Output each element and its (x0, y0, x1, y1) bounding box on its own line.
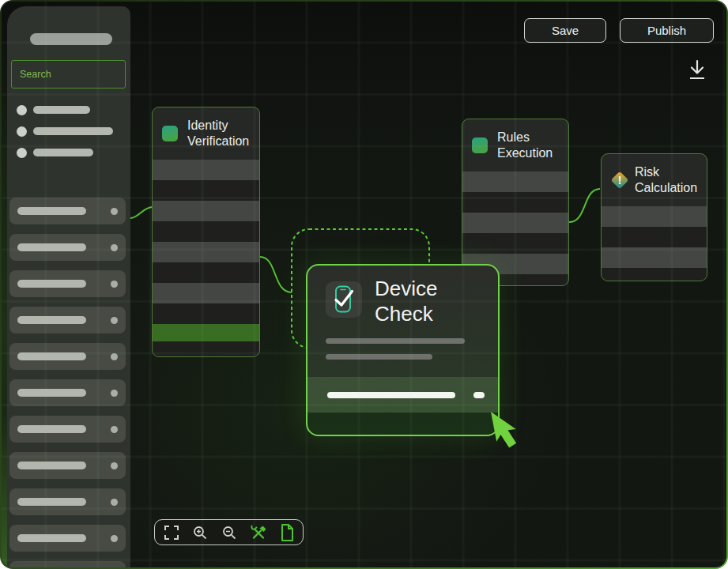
edge-identity-device (260, 257, 292, 292)
node-row-dark (153, 180, 259, 201)
item-skeleton-bar (17, 280, 86, 288)
workflow-editor: Identity Verification Rules Execution ! … (2, 2, 726, 567)
download-icon[interactable] (683, 56, 710, 86)
item-dot (111, 317, 118, 324)
node-row-dark (153, 303, 259, 324)
bullet-dot (17, 126, 27, 137)
node-row-light (153, 201, 259, 221)
bullet-row (17, 104, 130, 115)
sidebar-item[interactable] (9, 416, 126, 443)
identity-verification-icon (162, 126, 178, 141)
bullet-dot (17, 105, 27, 115)
sidebar-item[interactable] (9, 561, 126, 567)
node-row-light (153, 283, 259, 303)
item-dot (111, 390, 118, 397)
node-row-dark (462, 192, 568, 213)
node-row-green (153, 324, 259, 341)
node-row-dark (602, 227, 707, 247)
item-skeleton-bar (17, 352, 86, 360)
item-dot (111, 208, 118, 215)
bullet-skeleton (33, 127, 113, 135)
sidebar-item[interactable] (9, 452, 126, 479)
save-button[interactable]: Save (524, 18, 606, 43)
risk-calculation-icon: ! (611, 171, 628, 190)
item-skeleton-bar (17, 316, 86, 324)
node-row-darkfill (153, 341, 259, 356)
tools-icon[interactable] (249, 523, 268, 542)
bullet-skeleton (33, 106, 90, 114)
sidebar-title-skeleton (30, 33, 112, 45)
skeleton-bar (326, 354, 432, 360)
search-input[interactable] (11, 60, 126, 89)
skeleton-dash (473, 392, 485, 398)
edge-rules-risk (569, 189, 600, 222)
bullet-dot (17, 148, 27, 158)
node-rows (602, 206, 707, 281)
edge-sidebar-identity (130, 207, 153, 218)
sidebar-item[interactable] (9, 525, 126, 552)
item-skeleton-bar (17, 462, 86, 469)
sidebar-item[interactable] (9, 343, 126, 370)
node-row-light (462, 213, 568, 233)
sidebar-item[interactable] (9, 234, 126, 261)
node-row-darkfill (602, 268, 707, 281)
node-rows (153, 160, 259, 356)
node-identity-verification[interactable]: Identity Verification (152, 107, 260, 357)
node-risk-calculation[interactable]: ! Risk Calculation (601, 153, 707, 281)
sidebar-item[interactable] (9, 488, 126, 515)
sidebar-item[interactable] (9, 307, 126, 333)
item-dot (111, 462, 118, 469)
bullet-skeleton (33, 149, 93, 156)
rules-execution-icon (472, 138, 488, 153)
item-skeleton-bar (17, 389, 86, 397)
item-dot (111, 353, 118, 360)
node-title: Identity Verification (187, 118, 250, 149)
node-title: Rules Execution (497, 130, 559, 161)
node-header: ! Risk Calculation (602, 154, 707, 206)
app-frame: Identity Verification Rules Execution ! … (0, 0, 728, 569)
node-device-check[interactable]: Device Check (306, 264, 500, 436)
node-header: Identity Verification (153, 107, 259, 160)
sidebar-bullet-list (7, 104, 130, 168)
skeleton-bar (327, 392, 455, 398)
document-icon[interactable] (279, 523, 295, 542)
device-check-footer (307, 413, 498, 435)
node-row-light (153, 242, 259, 262)
zoom-in-icon[interactable] (191, 524, 209, 541)
node-title: Risk Calculation (635, 164, 697, 196)
item-skeleton-bar (17, 243, 86, 251)
item-dot (111, 426, 118, 433)
item-dot (111, 281, 118, 288)
sidebar-item[interactable] (9, 198, 126, 224)
node-header: Rules Execution (462, 119, 568, 171)
skeleton-bar (326, 338, 465, 344)
zoom-out-icon[interactable] (221, 524, 238, 541)
item-skeleton-bar (17, 498, 86, 506)
item-skeleton-bar (17, 207, 86, 215)
device-check-selected-row[interactable] (307, 377, 498, 413)
sidebar-item[interactable] (9, 270, 126, 297)
item-skeleton-bar (17, 425, 86, 433)
sidebar (7, 6, 130, 567)
publish-button[interactable]: Publish (620, 18, 714, 43)
item-dot (111, 499, 118, 506)
node-row-light (462, 171, 568, 192)
fit-view-icon[interactable] (163, 524, 180, 541)
device-check-title: Device Check (375, 276, 493, 326)
item-skeleton-bar (17, 534, 86, 542)
bullet-row (17, 126, 130, 137)
node-row-light (602, 247, 707, 268)
node-row-light (153, 160, 259, 180)
node-row-dark (462, 233, 568, 254)
item-dot (111, 535, 118, 542)
node-row-dark (153, 262, 259, 283)
node-row-dark (153, 221, 259, 242)
node-row-light (602, 206, 707, 227)
canvas-toolbar (154, 519, 304, 545)
sidebar-item-list (9, 198, 126, 567)
item-dot (111, 244, 118, 251)
sidebar-item[interactable] (9, 379, 126, 406)
node-rules-execution[interactable]: Rules Execution (462, 119, 569, 286)
device-check-icon (326, 281, 362, 318)
bullet-row (17, 147, 130, 158)
